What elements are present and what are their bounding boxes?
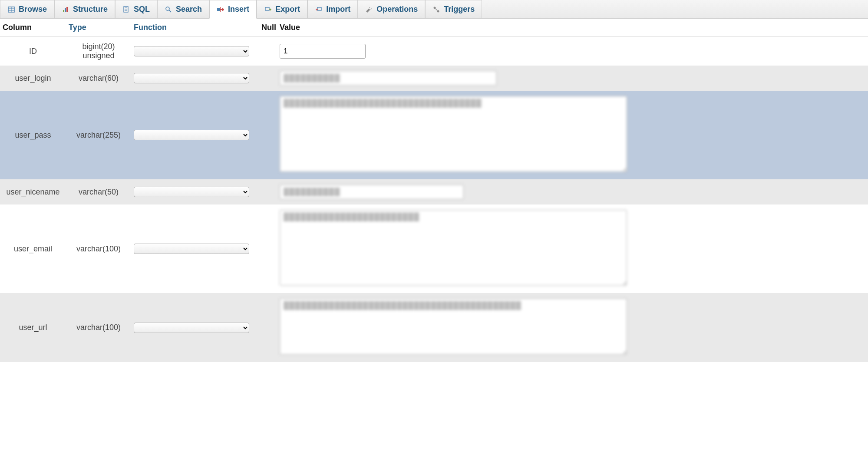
tab-structure[interactable]: Structure xyxy=(54,0,115,18)
tab-import[interactable]: Import xyxy=(307,0,358,18)
tab-search[interactable]: Search xyxy=(157,0,209,18)
tab-sql[interactable]: SQL xyxy=(115,0,157,18)
function-select[interactable] xyxy=(134,187,249,197)
tab-label: Export xyxy=(275,5,300,14)
svg-point-16 xyxy=(434,7,436,9)
tab-label: Search xyxy=(176,5,202,14)
table-row: user_url varchar(100) xyxy=(0,293,868,362)
svg-rect-15 xyxy=(317,7,321,10)
tab-triggers[interactable]: Triggers xyxy=(425,0,482,18)
svg-line-18 xyxy=(436,9,437,10)
value-textarea[interactable] xyxy=(280,298,627,355)
tab-label: Import xyxy=(326,5,350,14)
svg-rect-6 xyxy=(66,7,68,12)
header-type[interactable]: Type xyxy=(66,19,131,37)
header-function[interactable]: Function xyxy=(131,19,259,37)
search-icon xyxy=(165,6,172,13)
tab-label: SQL xyxy=(134,5,150,14)
column-name: user_email xyxy=(0,205,66,293)
tab-label: Triggers xyxy=(444,5,475,14)
insert-rows: ID bigint(20) unsigned user_login varcha… xyxy=(0,37,868,363)
value-textarea[interactable] xyxy=(280,210,627,286)
column-type: varchar(50) xyxy=(66,179,131,205)
column-type: varchar(100) xyxy=(66,205,131,293)
function-select[interactable] xyxy=(134,73,249,83)
tab-operations[interactable]: Operations xyxy=(358,0,425,18)
function-select[interactable] xyxy=(134,244,249,254)
function-select[interactable] xyxy=(134,46,249,56)
column-type: varchar(100) xyxy=(66,293,131,362)
column-name: user_pass xyxy=(0,91,66,179)
function-select[interactable] xyxy=(134,130,249,140)
import-icon xyxy=(315,6,323,13)
value-textarea[interactable] xyxy=(280,96,627,172)
tab-label: Browse xyxy=(19,5,47,14)
column-name: user_login xyxy=(0,66,66,91)
wrench-icon xyxy=(365,6,373,13)
tab-label: Operations xyxy=(376,5,418,14)
svg-point-17 xyxy=(437,10,439,12)
svg-rect-13 xyxy=(217,8,220,11)
header-value: Value xyxy=(277,19,868,37)
svg-rect-4 xyxy=(63,10,64,12)
function-select[interactable] xyxy=(134,323,249,333)
value-input[interactable] xyxy=(280,71,497,86)
svg-line-12 xyxy=(169,10,171,12)
tab-label: Insert xyxy=(228,5,249,14)
tab-insert[interactable]: Insert xyxy=(209,0,257,19)
structure-icon xyxy=(62,6,69,13)
table-row: user_nicename varchar(50) xyxy=(0,179,868,205)
table-row: user_pass varchar(255) xyxy=(0,91,868,179)
tab-browse[interactable]: Browse xyxy=(0,0,54,18)
table-row: user_email varchar(100) xyxy=(0,205,868,293)
value-input[interactable] xyxy=(280,44,366,59)
insert-icon xyxy=(217,6,224,13)
table-icon xyxy=(7,6,15,13)
svg-rect-14 xyxy=(265,7,269,10)
tab-label: Structure xyxy=(73,5,108,14)
svg-rect-5 xyxy=(65,8,66,12)
column-type: bigint(20) unsigned xyxy=(66,37,131,66)
column-type: varchar(255) xyxy=(66,91,131,179)
tab-bar: Browse Structure SQL Search Insert Expor… xyxy=(0,0,868,19)
insert-table: Column Type Function Null Value ID bigin… xyxy=(0,19,868,362)
table-row: ID bigint(20) unsigned xyxy=(0,37,868,66)
triggers-icon xyxy=(432,6,440,13)
value-input[interactable] xyxy=(280,185,464,199)
table-row: user_login varchar(60) xyxy=(0,66,868,91)
export-icon xyxy=(264,6,272,13)
header-null: Null xyxy=(259,19,277,37)
column-name: user_nicename xyxy=(0,179,66,205)
sql-icon xyxy=(122,6,130,13)
column-name: user_url xyxy=(0,293,66,362)
column-type: varchar(60) xyxy=(66,66,131,91)
column-name: ID xyxy=(0,37,66,66)
tab-export[interactable]: Export xyxy=(257,0,307,18)
header-column: Column xyxy=(0,19,66,37)
svg-point-11 xyxy=(166,7,169,10)
